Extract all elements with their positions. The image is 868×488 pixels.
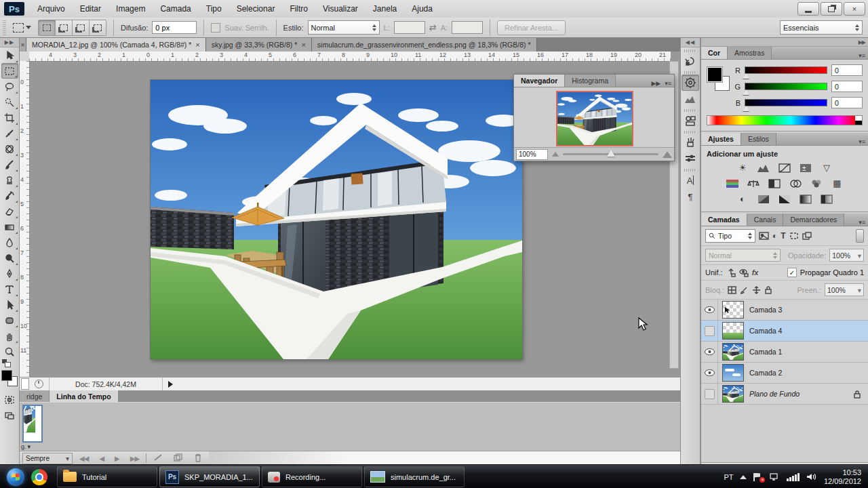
new-selection-button[interactable]: [39, 20, 56, 35]
layer-name[interactable]: Camada 2: [749, 369, 782, 377]
red-slider[interactable]: [745, 66, 827, 74]
layer-name[interactable]: Camada 3: [749, 306, 782, 314]
clone-source-panel-icon[interactable]: [682, 113, 699, 129]
layer-row-camada3[interactable]: Camada 3: [701, 300, 868, 321]
filter-shape-layers-icon[interactable]: [789, 232, 799, 240]
tab-moradia[interactable]: MORADIA_12.jpg @ 100% (Camada 4, RGB/8#)…: [26, 38, 206, 52]
red-value[interactable]: 0: [831, 64, 863, 76]
move-tool[interactable]: [1, 47, 18, 63]
tab-mini-bridge[interactable]: ridge: [20, 390, 50, 402]
network-icon[interactable]: [770, 472, 780, 481]
signal-strength-icon[interactable]: [787, 473, 800, 481]
tab-estilos[interactable]: Estilos: [741, 133, 776, 145]
duplicate-frame-button[interactable]: [170, 453, 187, 463]
unify-style-icon[interactable]: fx: [752, 268, 759, 277]
fill-select[interactable]: 100%▾: [825, 283, 864, 296]
panel-collapse-icon[interactable]: ▶▶: [651, 80, 660, 87]
play-button[interactable]: ▶: [111, 455, 123, 462]
tab-sky[interactable]: sky.jpg @ 33,3% (RGB/8) *×: [206, 38, 312, 52]
foreground-background-swatches[interactable]: [1, 370, 18, 386]
subtract-selection-button[interactable]: [73, 20, 90, 35]
panel-menu-icon[interactable]: ▾≡: [859, 138, 865, 145]
menu-ajuda[interactable]: Ajuda: [404, 0, 440, 18]
panel-menu-icon[interactable]: ▾≡: [665, 80, 671, 87]
volume-icon[interactable]: [806, 472, 817, 481]
eraser-tool[interactable]: [1, 203, 18, 219]
lock-all-icon[interactable]: [764, 286, 772, 294]
loop-select[interactable]: Sempre▾: [22, 453, 73, 464]
blue-value[interactable]: 0: [831, 97, 863, 108]
dock-collapse-icon[interactable]: ◀◀: [681, 38, 700, 47]
blue-slider[interactable]: [745, 99, 827, 106]
swap-dimensions-icon[interactable]: ⇄: [429, 22, 437, 33]
tab-amostras[interactable]: Amostras: [728, 47, 772, 59]
filter-pixel-layers-icon[interactable]: [759, 232, 769, 240]
frame-delay-select[interactable]: g.▾: [21, 443, 31, 450]
panel-menu-icon[interactable]: ▾≡: [859, 52, 865, 59]
next-frame-button[interactable]: ▶▶: [126, 455, 143, 462]
crop-tool[interactable]: [1, 110, 18, 125]
histogram-panel-icon[interactable]: [682, 91, 699, 107]
layer-name[interactable]: Camada 4: [749, 327, 782, 335]
channel-mixer-icon[interactable]: [809, 178, 824, 189]
tab-camadas[interactable]: Camadas: [701, 214, 747, 226]
layer-row-camada1[interactable]: Camada 1: [701, 342, 868, 363]
layer-thumbnail[interactable]: [722, 385, 744, 403]
invert-icon[interactable]: ◐: [735, 193, 750, 205]
blur-tool[interactable]: [1, 235, 18, 250]
layer-row-camada2[interactable]: Camada 2: [701, 363, 868, 384]
opacity-select[interactable]: 100%▾: [829, 249, 864, 262]
start-button[interactable]: [7, 468, 24, 486]
color-lookup-icon[interactable]: ▦: [830, 178, 845, 189]
filter-adjustment-layers-icon[interactable]: ◐: [772, 231, 777, 241]
brush-presets-panel-icon[interactable]: [682, 150, 699, 167]
threshold-icon[interactable]: [777, 193, 792, 205]
clock[interactable]: 10:53 12/09/2012: [824, 468, 861, 486]
menu-arquivo[interactable]: Arquivo: [30, 0, 73, 18]
propagate-checkbox[interactable]: ✓: [787, 268, 797, 277]
panel-menu-icon[interactable]: ▾≡: [859, 219, 865, 226]
unify-position-icon[interactable]: [726, 268, 736, 277]
lock-transparent-icon[interactable]: [728, 286, 736, 294]
tab-canais[interactable]: Canais: [747, 214, 784, 226]
refine-edge-button[interactable]: Refinar Aresta...: [497, 20, 566, 35]
layer-thumbnail[interactable]: [722, 322, 744, 340]
tab-navegador[interactable]: Navegador: [514, 75, 565, 87]
animation-frame-1[interactable]: [22, 405, 43, 443]
add-selection-button[interactable]: [56, 20, 73, 35]
status-menu-arrow-icon[interactable]: [168, 381, 173, 388]
taskbar-simulacrum[interactable]: simulacrum.de_gr...: [364, 466, 465, 487]
clone-stamp-tool[interactable]: [1, 172, 18, 188]
clipped-tab[interactable]: ×: [20, 38, 26, 52]
posterize-icon[interactable]: [756, 193, 771, 205]
type-tool[interactable]: [1, 281, 18, 297]
tab-linha-do-tempo[interactable]: Linha do Tempo: [50, 390, 118, 402]
menu-imagem[interactable]: Imagem: [108, 0, 153, 18]
exposure-icon[interactable]: ±: [798, 162, 813, 174]
taskbar-photoshop[interactable]: Ps SKP_MORADIA_1...: [159, 466, 260, 487]
visibility-toggle[interactable]: [701, 384, 718, 404]
menu-tipo[interactable]: Tipo: [199, 0, 229, 18]
minimize-button[interactable]: [797, 2, 819, 16]
workspace-select[interactable]: Essenciais: [780, 20, 863, 35]
taskbar-recording[interactable]: Recording...: [262, 466, 362, 487]
lock-pixels-icon[interactable]: [740, 286, 749, 294]
restore-button[interactable]: [821, 2, 842, 16]
tab-demarcadores[interactable]: Demarcadores: [783, 214, 844, 226]
navigator-zoom-slider[interactable]: [563, 153, 658, 155]
close-tab-icon[interactable]: ×: [301, 41, 305, 49]
color-spectrum-ramp[interactable]: [707, 115, 863, 125]
tab-cor[interactable]: Cor: [701, 47, 728, 59]
close-tab-icon[interactable]: ×: [195, 41, 199, 49]
quick-mask-button[interactable]: [1, 392, 18, 407]
tab-ajustes[interactable]: Ajustes: [701, 133, 741, 145]
unify-visibility-icon[interactable]: [739, 268, 749, 277]
layer-thumbnail[interactable]: [722, 301, 744, 319]
zoom-in-icon[interactable]: [663, 151, 672, 158]
navigator-zoom-input[interactable]: 100%: [516, 149, 548, 160]
height-input[interactable]: [452, 21, 483, 34]
taskbar-tutorial[interactable]: Tutorial: [57, 466, 157, 487]
delete-frame-button[interactable]: [190, 453, 206, 464]
paragraph-panel-icon[interactable]: ¶: [682, 188, 699, 205]
visibility-toggle[interactable]: [701, 363, 718, 383]
